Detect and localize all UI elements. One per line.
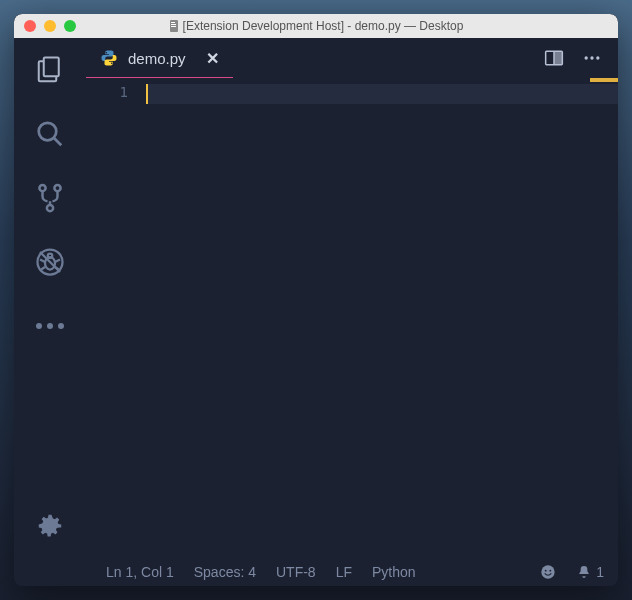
svg-point-26 <box>550 570 552 572</box>
tab-demo-py[interactable]: demo.py ✕ <box>86 38 233 78</box>
svg-line-15 <box>55 260 60 263</box>
svg-line-14 <box>40 260 45 263</box>
more-views-icon[interactable] <box>32 308 68 344</box>
python-file-icon <box>100 49 118 67</box>
svg-rect-3 <box>171 26 176 27</box>
text-editor[interactable]: 1 <box>86 78 618 558</box>
svg-point-12 <box>48 254 53 259</box>
line-number-gutter: 1 <box>86 78 146 558</box>
search-icon[interactable] <box>32 116 68 152</box>
status-cursor-position[interactable]: Ln 1, Col 1 <box>106 564 174 580</box>
svg-point-25 <box>545 570 547 572</box>
window-title: [Extension Development Host] - demo.py —… <box>14 19 618 33</box>
vscode-window: [Extension Development Host] - demo.py —… <box>14 14 618 586</box>
current-line-highlight <box>146 84 618 104</box>
text-cursor <box>146 84 148 104</box>
status-encoding[interactable]: UTF-8 <box>276 564 316 580</box>
workbench-body: demo.py ✕ <box>14 38 618 558</box>
status-notifications[interactable]: 1 <box>576 564 604 580</box>
titlebar[interactable]: [Extension Development Host] - demo.py —… <box>14 14 618 38</box>
line-number: 1 <box>86 84 128 100</box>
svg-point-22 <box>590 56 593 59</box>
source-control-icon[interactable] <box>32 180 68 216</box>
window-controls <box>14 20 76 32</box>
tabs-bar: demo.py ✕ <box>86 38 618 78</box>
svg-point-24 <box>542 565 555 578</box>
status-eol[interactable]: LF <box>336 564 352 580</box>
editor-actions <box>544 38 618 78</box>
minimize-window-button[interactable] <box>44 20 56 32</box>
tab-label: demo.py <box>128 50 186 67</box>
notifications-count: 1 <box>596 564 604 580</box>
split-editor-icon[interactable] <box>544 48 564 68</box>
document-icon <box>169 20 179 32</box>
svg-point-9 <box>47 205 53 211</box>
status-language[interactable]: Python <box>372 564 416 580</box>
code-area[interactable] <box>146 78 618 558</box>
svg-rect-0 <box>170 20 178 32</box>
editor-group: demo.py ✕ <box>86 38 618 558</box>
close-window-button[interactable] <box>24 20 36 32</box>
status-bar: Ln 1, Col 1 Spaces: 4 UTF-8 LF Python 1 <box>14 558 618 586</box>
svg-point-23 <box>596 56 599 59</box>
svg-rect-1 <box>171 22 175 23</box>
svg-line-6 <box>54 138 62 146</box>
maximize-window-button[interactable] <box>64 20 76 32</box>
svg-rect-4 <box>44 58 59 77</box>
svg-point-7 <box>39 185 45 191</box>
tab-close-icon[interactable]: ✕ <box>206 49 219 68</box>
svg-rect-2 <box>171 24 176 25</box>
window-title-text: [Extension Development Host] - demo.py —… <box>183 19 464 33</box>
svg-rect-20 <box>555 52 562 64</box>
activity-bar <box>14 38 86 558</box>
status-feedback-icon[interactable] <box>540 564 556 580</box>
svg-point-5 <box>39 123 57 141</box>
debug-icon[interactable] <box>32 244 68 280</box>
svg-point-21 <box>585 56 588 59</box>
more-actions-icon[interactable] <box>582 48 602 68</box>
svg-line-16 <box>41 267 45 270</box>
minimap-overview <box>590 78 618 82</box>
explorer-icon[interactable] <box>32 52 68 88</box>
settings-gear-icon[interactable] <box>32 508 68 544</box>
status-indentation[interactable]: Spaces: 4 <box>194 564 256 580</box>
svg-point-8 <box>54 185 60 191</box>
